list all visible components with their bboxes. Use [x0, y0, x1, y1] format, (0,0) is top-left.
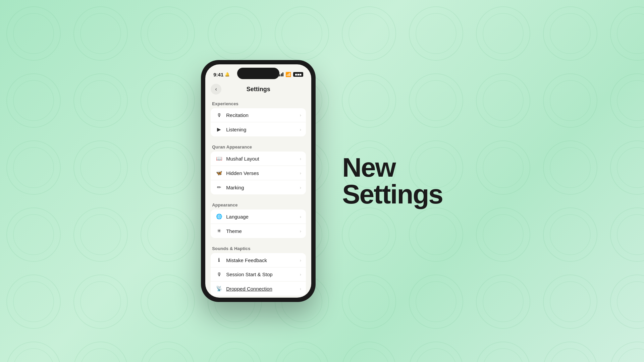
signal-icon: 📡 [215, 286, 223, 292]
phone-screen: 9:41 🔔 📶 ■■■ ‹ [205, 64, 311, 298]
marking-label: Marking [226, 185, 297, 190]
back-chevron-icon: ‹ [215, 86, 217, 92]
settings-item-listening[interactable]: ▶ Listening › [211, 122, 306, 136]
theme-icon: ✳ [215, 228, 223, 234]
settings-item-dropped-connection[interactable]: 📡 Dropped Connection › [211, 282, 306, 296]
status-time: 9:41 🔔 [213, 72, 230, 77]
chevron-right-icon: › [300, 185, 301, 190]
settings-content: Experiences 🎙 Recitation › ▶ Listening › [205, 99, 311, 298]
section-title-experiences: Experiences [211, 99, 306, 108]
book-icon: 📖 [215, 156, 223, 162]
language-label: Language [226, 214, 297, 220]
listening-label: Listening [226, 127, 297, 132]
headline-text: New Settings [342, 154, 443, 208]
settings-item-mistake-feedback[interactable]: ℹ Mistake Feedback › [211, 253, 306, 267]
settings-group-appearance: 🌐 Language › ✳ Theme › [211, 209, 306, 238]
phone-device: 9:41 🔔 📶 ■■■ ‹ [201, 60, 315, 302]
chevron-right-icon: › [300, 156, 301, 161]
page-title: Settings [247, 86, 270, 93]
settings-group-quran-appearance: 📖 Mushaf Layout › 🦋 Hidden Verses › ✏ Ma… [211, 152, 306, 194]
settings-item-theme[interactable]: ✳ Theme › [211, 224, 306, 238]
chevron-right-icon: › [300, 272, 301, 277]
headline-line1: New [342, 154, 395, 181]
settings-group-experiences: 🎙 Recitation › ▶ Listening › [211, 108, 306, 136]
status-icons: 📶 ■■■ [278, 72, 303, 77]
mushaf-layout-label: Mushaf Layout [226, 156, 297, 162]
scene: 9:41 🔔 📶 ■■■ ‹ [201, 60, 443, 302]
recitation-label: Recitation [226, 112, 297, 118]
mistake-feedback-label: Mistake Feedback [226, 257, 297, 263]
microphone2-icon: 🎙 [215, 272, 223, 277]
theme-label: Theme [226, 228, 297, 234]
dropped-connection-label: Dropped Connection [226, 286, 297, 292]
chevron-right-icon: › [300, 286, 301, 291]
hidden-verses-icon: 🦋 [215, 170, 223, 176]
chevron-right-icon: › [300, 113, 301, 118]
info-icon: ℹ [215, 257, 223, 263]
chevron-right-icon: › [300, 214, 301, 219]
play-icon: ▶ [215, 126, 223, 132]
chevron-right-icon: › [300, 171, 301, 176]
settings-item-mushaf-layout[interactable]: 📖 Mushaf Layout › [211, 152, 306, 166]
pencil-icon: ✏ [215, 184, 223, 190]
nav-bar: ‹ Settings [205, 82, 311, 99]
section-title-sounds-haptics: Sounds & Haptics [211, 243, 306, 253]
chevron-right-icon: › [300, 229, 301, 234]
section-title-quran-appearance: Quran Appearance [211, 142, 306, 152]
settings-group-sounds-haptics: ℹ Mistake Feedback › 🎙 Session Start & S… [211, 253, 306, 296]
session-start-stop-label: Session Start & Stop [226, 272, 297, 277]
time-text: 9:41 [213, 72, 223, 77]
microphone-icon: 🎙 [215, 112, 223, 118]
settings-item-recitation[interactable]: 🎙 Recitation › [211, 108, 306, 122]
dynamic-island [237, 68, 279, 79]
back-button[interactable]: ‹ [211, 84, 221, 95]
section-quran-appearance: Quran Appearance 📖 Mushaf Layout › 🦋 Hid… [211, 142, 306, 194]
chevron-right-icon: › [300, 258, 301, 263]
settings-item-marking[interactable]: ✏ Marking › [211, 180, 306, 194]
settings-item-language[interactable]: 🌐 Language › [211, 209, 306, 224]
settings-item-session-start-stop[interactable]: 🎙 Session Start & Stop › [211, 267, 306, 282]
wifi-icon: 📶 [285, 72, 291, 77]
globe-icon: 🌐 [215, 214, 223, 220]
settings-item-hidden-verses[interactable]: 🦋 Hidden Verses › [211, 166, 306, 180]
section-appearance: Appearance 🌐 Language › ✳ Theme › [211, 200, 306, 238]
battery-icon: ■■■ [293, 72, 303, 77]
chevron-right-icon: › [300, 127, 301, 132]
hidden-verses-label: Hidden Verses [226, 170, 297, 176]
headline-line2: Settings [342, 181, 443, 208]
section-experiences: Experiences 🎙 Recitation › ▶ Listening › [211, 99, 306, 136]
section-sounds-haptics: Sounds & Haptics ℹ Mistake Feedback › 🎙 … [211, 243, 306, 296]
section-title-appearance: Appearance [211, 200, 306, 209]
bell-icon: 🔔 [225, 72, 230, 77]
